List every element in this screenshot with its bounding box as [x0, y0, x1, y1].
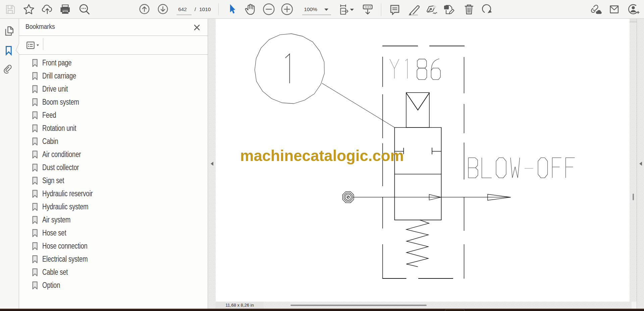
svg-text:100%: 100%	[304, 6, 317, 12]
svg-text:642: 642	[178, 6, 187, 12]
svg-text:1010: 1010	[199, 6, 211, 12]
svg-text:/: /	[195, 6, 196, 12]
svg-text:machinecatalogic.com: machinecatalogic.com	[240, 147, 404, 164]
